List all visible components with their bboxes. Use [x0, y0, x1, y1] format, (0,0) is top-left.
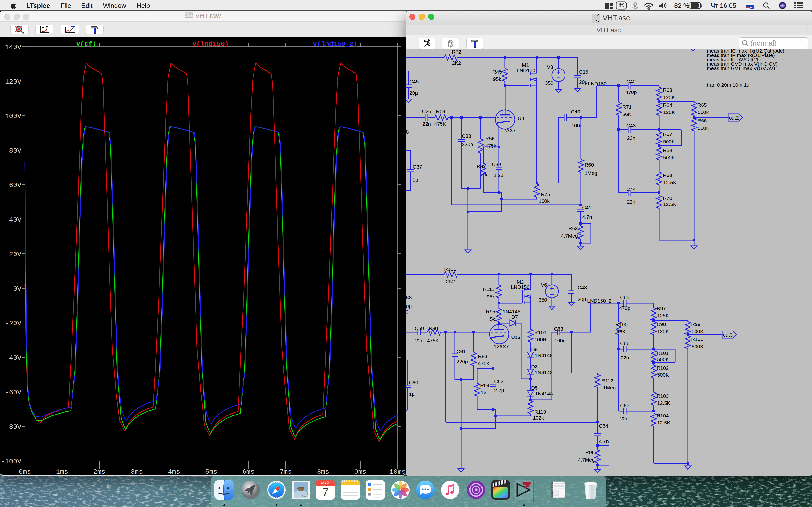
svg-text:95k: 95k: [493, 76, 501, 82]
svg-text:.tran 0 20m 10m 1u: .tran 0 20m 10m 1u: [705, 82, 749, 88]
svg-text:475k: 475k: [478, 360, 489, 366]
svg-text:C66: C66: [620, 340, 629, 346]
svg-text:125K: 125K: [657, 313, 669, 318]
svg-text:500K: 500K: [698, 125, 710, 131]
svg-text:D6: D6: [531, 347, 538, 352]
svg-text:R53: R53: [436, 108, 445, 114]
svg-text:12.5K: 12.5K: [657, 400, 670, 406]
svg-text:1µ: 1µ: [412, 177, 418, 183]
svg-text:2K2: 2K2: [446, 279, 455, 284]
svg-text:V(lnd150_2): V(lnd150_2): [313, 40, 358, 48]
svg-text:1k: 1k: [482, 172, 488, 177]
svg-text:7: 7: [322, 486, 328, 499]
svg-text:U9: U9: [518, 115, 524, 121]
svg-text:2.2µ: 2.2µ: [494, 172, 503, 178]
svg-text:8ms: 8ms: [317, 468, 329, 475]
svg-text:D7: D7: [511, 314, 518, 320]
svg-text:out3: out3: [723, 332, 733, 338]
svg-text:125K: 125K: [657, 329, 669, 334]
svg-text:102k: 102k: [533, 415, 544, 420]
svg-text:470p: 470p: [625, 89, 637, 95]
svg-text:22n: 22n: [620, 416, 628, 421]
svg-text:R67: R67: [663, 131, 672, 137]
svg-text:R75: R75: [541, 191, 550, 197]
svg-text:40V: 40V: [9, 216, 21, 224]
svg-text:470p: 470p: [619, 305, 630, 311]
svg-text:20µ: 20µ: [577, 296, 586, 302]
svg-text:500K: 500K: [663, 155, 675, 160]
svg-text:220p: 220p: [462, 142, 473, 147]
svg-text:22n: 22n: [415, 338, 424, 343]
svg-text:C67: C67: [620, 403, 629, 408]
svg-text:C37: C37: [413, 164, 422, 169]
svg-text:22n: 22n: [627, 135, 636, 141]
svg-text:R72: R72: [452, 49, 461, 55]
svg-text:140V: 140V: [5, 44, 21, 51]
svg-text:6ms: 6ms: [242, 468, 254, 475]
svg-text:C45: C45: [409, 79, 419, 84]
svg-text:R104: R104: [657, 413, 669, 418]
svg-text:125K: 125K: [663, 95, 675, 100]
svg-text:C65: C65: [620, 294, 629, 300]
svg-text:.meas tran GVT max V(GV,AV): .meas tran GVT max V(GV,AV): [705, 65, 775, 71]
svg-text:4.7Meg: 4.7Meg: [578, 457, 595, 463]
svg-text:R97: R97: [657, 305, 666, 311]
svg-text:C64: C64: [599, 423, 608, 429]
svg-text:D8: D8: [531, 364, 538, 370]
svg-text:C60: C60: [409, 380, 418, 385]
svg-text:V3: V3: [547, 64, 553, 70]
svg-text:-60V: -60V: [5, 389, 21, 396]
svg-text:R101: R101: [657, 350, 669, 356]
svg-text:4ms: 4ms: [168, 468, 180, 475]
svg-text:C41: C41: [582, 205, 592, 210]
svg-text:R60: R60: [585, 162, 594, 168]
svg-text:475k: 475k: [485, 143, 496, 149]
svg-text:475K: 475K: [427, 338, 439, 343]
svg-text:R102: R102: [657, 365, 669, 371]
svg-text:C44: C44: [626, 186, 636, 192]
svg-text:500K: 500K: [657, 356, 669, 362]
svg-text:LND150_2: LND150_2: [587, 298, 611, 304]
svg-text:5ms: 5ms: [205, 468, 217, 475]
svg-text:1N4148: 1N4148: [503, 309, 520, 314]
svg-text:R70: R70: [663, 195, 672, 201]
svg-text:-80V: -80V: [5, 423, 21, 431]
svg-text:100k: 100k: [539, 198, 550, 204]
svg-text:60V: 60V: [9, 181, 21, 189]
svg-text:2ms: 2ms: [93, 468, 105, 475]
svg-text:9ms: 9ms: [354, 468, 366, 475]
svg-text:20µ: 20µ: [579, 79, 588, 85]
svg-text:120V: 120V: [5, 78, 21, 86]
svg-text:0V: 0V: [13, 285, 21, 293]
svg-text:R99: R99: [691, 321, 701, 327]
svg-text:R63: R63: [663, 87, 672, 93]
svg-text:-20V: -20V: [5, 320, 21, 327]
svg-text:V(cf): V(cf): [76, 40, 96, 48]
svg-text:R62: R62: [568, 225, 578, 231]
svg-text:R56: R56: [485, 136, 495, 141]
svg-text:R93: R93: [478, 353, 488, 359]
svg-text:R109: R109: [534, 330, 546, 335]
svg-text:M1: M1: [522, 62, 529, 68]
svg-text:R98: R98: [657, 321, 666, 327]
svg-text:R90: R90: [429, 326, 438, 331]
svg-text:C38: C38: [462, 133, 471, 139]
svg-text:68: 68: [406, 295, 412, 300]
svg-text:1ms: 1ms: [56, 468, 68, 475]
svg-text:100R: 100R: [534, 337, 546, 342]
svg-text:22n: 22n: [627, 199, 636, 205]
svg-text:22n: 22n: [422, 121, 431, 126]
svg-text:500K: 500K: [698, 109, 710, 115]
svg-text:R112: R112: [602, 378, 613, 383]
svg-text:20V: 20V: [9, 250, 21, 258]
svg-text:100n: 100n: [554, 338, 566, 343]
svg-text:3ms: 3ms: [131, 468, 143, 475]
svg-text:C48: C48: [577, 285, 587, 290]
svg-text:95k: 95k: [487, 294, 495, 299]
svg-text:V6: V6: [541, 282, 547, 288]
svg-text:C36: C36: [422, 108, 432, 114]
svg-text:8: 8: [406, 129, 409, 134]
svg-text:12.5K: 12.5K: [663, 201, 676, 207]
svg-text:-40V: -40V: [5, 354, 21, 362]
svg-text:500K: 500K: [657, 372, 669, 378]
